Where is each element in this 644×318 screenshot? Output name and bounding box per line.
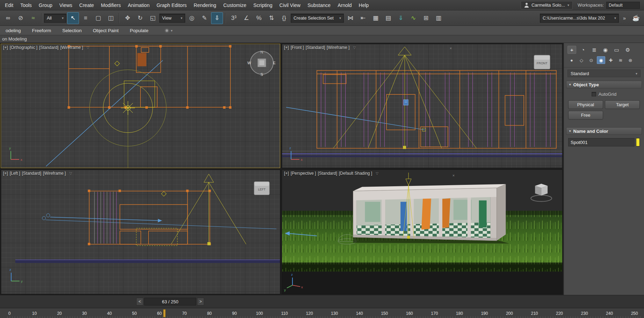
- geometry-category-icon[interactable]: ●: [567, 56, 576, 64]
- per-view-filter-icon[interactable]: ▽: [87, 46, 89, 50]
- reference-coordinate-dropdown[interactable]: View ▾: [159, 14, 185, 23]
- schematic-view-icon[interactable]: ⊞: [420, 12, 432, 24]
- project-folder-field[interactable]: C:\Users\carme...s\3ds Max 202 ▾: [540, 14, 619, 23]
- per-view-filter-icon[interactable]: ▽: [69, 172, 72, 175]
- select-and-rotate-icon[interactable]: ↻: [134, 12, 146, 24]
- object-type-button[interactable]: Target: [605, 100, 640, 109]
- align-icon[interactable]: ⇤: [357, 12, 369, 24]
- menu-item[interactable]: Edit: [1, 0, 17, 10]
- render-production-icon[interactable]: ☕: [630, 12, 642, 24]
- viewport-menu-button[interactable]: [+]: [3, 171, 8, 176]
- angle-snap-icon[interactable]: ∠: [240, 12, 252, 24]
- selection-filter-dropdown[interactable]: All ▾: [44, 14, 66, 23]
- menu-item[interactable]: Scripting: [250, 0, 276, 10]
- viewport-view-menu[interactable]: [Perspective ]: [291, 171, 316, 176]
- current-frame-marker[interactable]: [163, 309, 166, 317]
- lights-category-icon[interactable]: ⊙: [587, 56, 595, 64]
- display-tab-icon[interactable]: ▭: [612, 46, 621, 54]
- ribbon-tab[interactable]: Selection: [57, 26, 87, 35]
- frame-number-display[interactable]: 63 / 250: [144, 298, 196, 305]
- object-type-button[interactable]: Free: [568, 111, 603, 120]
- select-and-scale-icon[interactable]: ◱: [147, 12, 159, 24]
- menu-item[interactable]: Civil View: [276, 0, 304, 10]
- viewport-perspective[interactable]: × z x y: [282, 169, 563, 294]
- unlink-selection-icon[interactable]: ⊘: [15, 12, 27, 24]
- keyboard-override-icon[interactable]: ⇩: [211, 12, 223, 24]
- edit-named-selection-sets-icon[interactable]: {}: [278, 12, 290, 24]
- menu-item[interactable]: Customize: [220, 0, 250, 10]
- select-and-manipulate-icon[interactable]: ✎: [198, 12, 210, 24]
- snap-toggle-3d-icon[interactable]: 3³: [228, 12, 240, 24]
- ribbon-config[interactable]: ▾: [165, 26, 173, 35]
- view-compass[interactable]: [249, 50, 276, 76]
- ribbon-tab[interactable]: Object Paint: [87, 26, 124, 35]
- viewport-menu-button[interactable]: [+]: [284, 45, 289, 50]
- select-and-link-icon[interactable]: ∞: [2, 12, 14, 24]
- viewport-shading-menu[interactable]: [Wireframe ]: [327, 45, 349, 50]
- polygon-modeling-panel-label[interactable]: on Modeling: [2, 36, 27, 42]
- menu-item[interactable]: Help: [355, 0, 372, 10]
- cameras-category-icon[interactable]: ◉: [597, 56, 605, 64]
- autogrid-checkbox[interactable]: [592, 92, 596, 96]
- viewport-renderer-menu[interactable]: [Standard]: [39, 45, 58, 50]
- object-type-button[interactable]: Physical: [568, 100, 603, 109]
- mirror-icon[interactable]: ⋈: [345, 12, 356, 24]
- menu-item[interactable]: Animation: [124, 0, 153, 10]
- workspace-dropdown[interactable]: Default: [606, 2, 640, 9]
- menu-item[interactable]: Create: [76, 0, 97, 10]
- create-tab-icon[interactable]: +: [567, 46, 576, 54]
- viewport-front[interactable]: × FRONT z x [+] [Front ]: [282, 44, 563, 168]
- viewport-renderer-menu[interactable]: [Standard]: [318, 171, 337, 176]
- menu-item[interactable]: Rendering: [190, 0, 220, 10]
- toggle-ribbon-icon[interactable]: ⇓: [395, 12, 407, 24]
- object-name-field[interactable]: [568, 138, 635, 146]
- space-warps-category-icon[interactable]: ≋: [616, 56, 625, 64]
- hierarchy-tab-icon[interactable]: ≣: [590, 46, 599, 54]
- render-setup-icon[interactable]: ▥: [433, 12, 444, 24]
- camera-type-dropdown[interactable]: Standard ▾: [567, 70, 641, 77]
- motion-tab-icon[interactable]: ◉: [601, 46, 610, 54]
- menu-item[interactable]: Modifiers: [97, 0, 124, 10]
- menu-item[interactable]: Tools: [17, 0, 35, 10]
- window-crossing-icon[interactable]: ◫: [105, 12, 117, 24]
- menu-item[interactable]: Views: [56, 0, 76, 10]
- viewcube-perspective[interactable]: [529, 182, 555, 203]
- layer-explorer-icon[interactable]: ▤: [382, 12, 394, 24]
- viewport-menu-button[interactable]: [+]: [3, 45, 8, 50]
- viewport-menu-button[interactable]: [+]: [284, 171, 289, 176]
- select-and-move-icon[interactable]: ✥: [122, 12, 133, 24]
- next-frame-button[interactable]: >: [197, 298, 204, 305]
- ribbon-tab[interactable]: Populate: [124, 26, 154, 35]
- ribbon-tab[interactable]: odeling: [0, 26, 27, 35]
- name-color-rollout-header[interactable]: ▾ Name and Color: [566, 127, 642, 135]
- modify-tab-icon[interactable]: ◔: [579, 46, 587, 54]
- viewcube-front[interactable]: [532, 53, 552, 71]
- viewport-renderer-menu[interactable]: [Standard]: [306, 45, 325, 50]
- viewport-renderer-menu[interactable]: [Standard]: [22, 171, 41, 176]
- viewport-view-menu[interactable]: [Left ]: [10, 171, 20, 176]
- toolbar-overflow-icon[interactable]: »: [620, 12, 629, 24]
- viewcube-left[interactable]: [253, 180, 272, 197]
- viewport-shading-menu[interactable]: [Wireframe ]: [60, 45, 83, 50]
- use-pivot-point-center-icon[interactable]: ◎: [186, 12, 198, 24]
- rectangular-selection-icon[interactable]: ▢: [92, 12, 104, 24]
- viewport-view-menu[interactable]: [Orthographic ]: [10, 45, 37, 50]
- select-by-name-icon[interactable]: ≡: [80, 12, 92, 24]
- helpers-category-icon[interactable]: ✚: [607, 56, 615, 64]
- percent-snap-icon[interactable]: %: [253, 12, 265, 24]
- viewport-view-menu[interactable]: [Front ]: [291, 45, 304, 50]
- scene-explorer-icon[interactable]: ▦: [370, 12, 382, 24]
- curve-editor-icon[interactable]: ∿: [407, 12, 419, 24]
- spinner-snap-icon[interactable]: ⇅: [266, 12, 277, 24]
- per-view-filter-icon[interactable]: ▽: [376, 172, 378, 175]
- viewport-shading-menu[interactable]: [Default Shading ]: [339, 171, 372, 176]
- previous-frame-button[interactable]: <: [136, 298, 143, 305]
- object-color-swatch[interactable]: [636, 138, 640, 146]
- per-view-filter-icon[interactable]: ▽: [353, 46, 356, 50]
- bind-to-space-warp-icon[interactable]: ≈: [27, 12, 39, 24]
- named-selection-set-combo[interactable]: Create Selection Set ▾: [291, 14, 344, 23]
- utilities-tab-icon[interactable]: ⚙: [623, 46, 632, 54]
- viewport-orthographic[interactable]: N W E S y x [+] [Orthographic ] [Standar…: [1, 44, 280, 168]
- timeline-ruler[interactable]: 0102030405060708090100110120130140150160…: [0, 308, 644, 318]
- shapes-category-icon[interactable]: ◇: [577, 56, 586, 64]
